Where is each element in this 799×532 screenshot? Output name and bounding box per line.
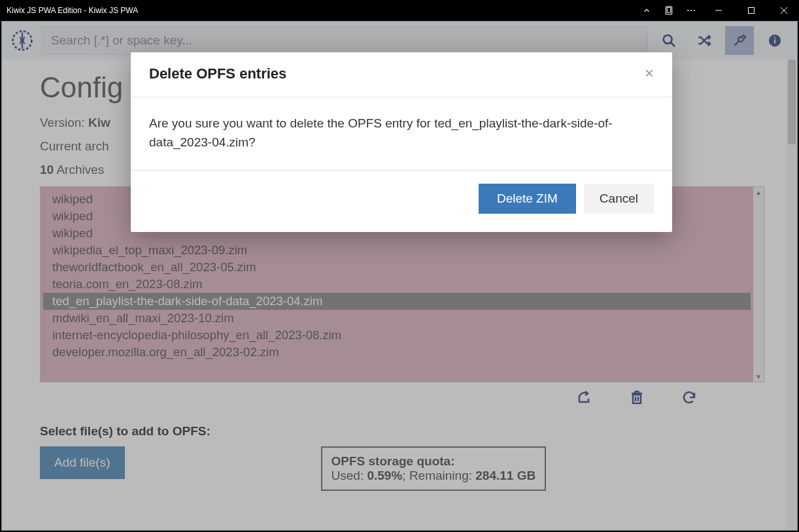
titlebar-chevron-icon[interactable] — [637, 0, 656, 21]
modal-body: Are you sure you want to delete the OPFS… — [131, 97, 672, 171]
svg-point-4 — [694, 10, 695, 11]
window-maximize-button[interactable] — [736, 0, 766, 21]
svg-rect-1 — [667, 7, 670, 12]
titlebar-more-icon[interactable] — [681, 0, 701, 21]
window-titlebar: Kiwix JS PWA Edition - Kiwix JS PWA — [0, 0, 799, 21]
svg-rect-6 — [749, 8, 755, 14]
window-minimize-button[interactable] — [704, 0, 734, 21]
svg-point-2 — [687, 10, 688, 11]
delete-modal: Delete OPFS entries × Are you sure you w… — [131, 52, 672, 232]
cancel-button[interactable]: Cancel — [584, 184, 654, 214]
titlebar-tablet-icon[interactable] — [659, 0, 679, 21]
modal-close-icon[interactable]: × — [645, 65, 654, 81]
window-title: Kiwix JS PWA Edition - Kiwix JS PWA — [7, 6, 138, 15]
window-close-button[interactable] — [769, 0, 799, 21]
svg-point-3 — [690, 10, 692, 11]
delete-zim-button[interactable]: Delete ZIM — [479, 184, 576, 214]
modal-title: Delete OPFS entries — [149, 65, 286, 82]
